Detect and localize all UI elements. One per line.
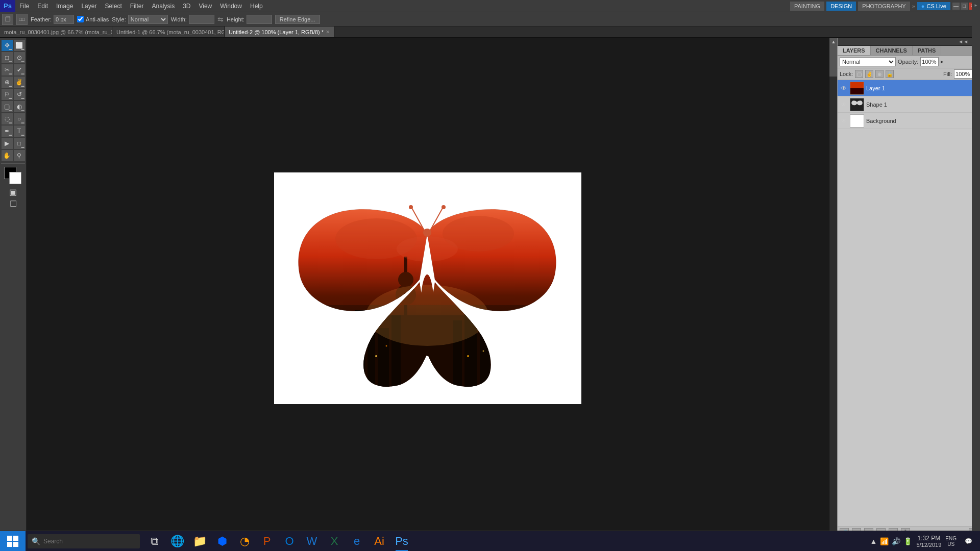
taskbar-excel[interactable]: X [324,531,345,552]
menu-layer[interactable]: Layer [77,0,101,12]
workspace-photography[interactable]: PHOTOGRAPHY [858,2,910,11]
anti-alias-checkbox[interactable] [77,16,84,22]
cs-live-btn[interactable]: ● CS Live [917,2,950,10]
collapse-right-btn[interactable]: ► [974,3,978,8]
chevron-up-icon[interactable]: ▲ [870,537,877,545]
width-input[interactable] [189,15,214,24]
lock-position-btn[interactable]: ⊕ [875,70,884,78]
taskbar-amazon[interactable]: ◔ [234,531,255,552]
layer-item-layer1[interactable]: 👁 Layer 1 [838,80,980,96]
language-region[interactable]: ENG US [945,536,957,547]
taskbar-explorer[interactable]: 📁 [189,531,210,552]
shape-tool[interactable]: □▬ [14,138,25,149]
layer-item-background[interactable]: 👁 Background 🔒 [838,113,980,129]
selection-tool-icon[interactable]: ❐ [2,14,13,25]
fill-input[interactable] [954,69,972,79]
opacity-arrow[interactable]: ► [940,59,944,64]
menu-analysis[interactable]: Analysis [148,0,179,12]
blend-mode-select[interactable]: Normal Dissolve Multiply Screen [840,57,896,66]
taskbar-powerpoint[interactable]: P [256,531,278,552]
taskbar-ie[interactable]: e [346,531,368,552]
restore-btn[interactable]: □ [961,3,968,10]
canvas-area[interactable] [27,38,829,539]
hand-tool[interactable]: ✋ [2,150,13,161]
tab-2-close[interactable]: ✕ [326,29,330,35]
dodge-tool[interactable]: ○▬ [14,113,25,124]
lasso-tool[interactable]: ⊙▬ [14,52,25,63]
menu-help[interactable]: Help [246,0,267,12]
swap-dimensions-icon[interactable]: ⇆ [217,15,224,23]
path-selection-tool[interactable]: ▶ [2,138,13,149]
history-brush-tool[interactable]: ↺▬ [14,89,25,100]
lock-all-btn[interactable]: 🔒 [886,70,894,78]
quick-mask-btn[interactable]: ▣ [9,187,17,197]
menu-select[interactable]: Select [101,0,126,12]
taskbar-outlook[interactable]: O [279,531,300,552]
text-tool[interactable]: T▬ [14,126,25,137]
move-tool[interactable]: ✥▬ [2,40,13,51]
minimize-btn[interactable]: — [952,3,960,10]
eyedropper-tool[interactable]: ✔▬ [14,64,25,76]
notification-btn[interactable]: 💬 [961,531,976,552]
lock-transparent-btn[interactable]: ▢ [855,70,863,78]
tab-0[interactable]: mota_ru_0030401.jpg @ 66.7% (mota_ru_003… [0,27,112,37]
height-input[interactable] [247,15,272,24]
background-color[interactable] [9,172,21,184]
menu-window[interactable]: Window [216,0,246,12]
menu-filter[interactable]: Filter [126,0,148,12]
tab-1[interactable]: Untitled-1 @ 66.7% (mota_ru_0030401, RGB… [112,27,225,37]
menu-file[interactable]: File [15,0,33,12]
tab-2[interactable]: Untitled-2 @ 100% (Layer 1, RGB/8) * ✕ [225,27,334,37]
volume-icon[interactable]: 🔊 [892,537,900,545]
paths-tab[interactable]: PATHS [913,46,942,55]
screen-mode-btn[interactable]: ☐ [10,199,17,209]
taskbar-search-input[interactable] [43,538,136,545]
crop-tool[interactable]: ✂▬ [2,64,13,76]
start-button[interactable] [0,531,26,552]
taskbar-edge[interactable]: 🌐 [166,531,188,552]
lasso-options-icon[interactable]: □□ [16,14,28,25]
eraser-tool[interactable]: ▢▬ [2,101,13,112]
layers-tab[interactable]: LAYERS [838,46,871,55]
brush-tool[interactable]: ✌▬ [14,77,25,88]
opacity-input[interactable] [920,57,939,66]
taskbar-word[interactable]: W [301,531,323,552]
taskbar-dropbox[interactable]: ⬢ [211,531,233,552]
style-select[interactable]: Normal Fixed Ratio Fixed Size [128,15,168,24]
marquee-tool[interactable]: □▬ [2,52,13,63]
color-swatches[interactable] [4,167,22,185]
gradient-tool[interactable]: ◐▬ [14,101,25,112]
scroll-thumb[interactable] [829,46,838,77]
blur-tool[interactable]: ◌▬ [2,113,13,124]
menu-view[interactable]: View [194,0,216,12]
workspace-expand[interactable]: » [912,3,915,9]
system-clock[interactable]: 1:32 PM 5/12/2019 [916,535,941,548]
workspace-design[interactable]: DESIGN [826,2,856,11]
menu-image[interactable]: Image [52,0,77,12]
network-icon[interactable]: 📶 [880,537,889,545]
battery-icon[interactable]: 🔋 [903,537,912,545]
healing-brush-tool[interactable]: ⊕▬ [2,77,13,88]
lock-image-btn[interactable]: ✌ [865,70,873,78]
collapse-panel-btn[interactable]: ◄◄ [957,39,970,44]
pen-tool[interactable]: ✒▬ [2,126,13,137]
scroll-track[interactable] [829,46,837,531]
scroll-up-btn[interactable]: ▲ [829,38,838,46]
menu-3d[interactable]: 3D [179,0,194,12]
zoom-tool[interactable]: ⚲ [14,150,25,161]
clone-stamp-tool[interactable]: ⚐▬ [2,89,13,100]
layer-item-shape1[interactable]: 👁 Shape 1 [838,96,980,113]
taskbar-search[interactable]: 🔍 [28,534,140,548]
layer-eye-layer1[interactable]: 👁 [840,84,848,92]
artboard-tool[interactable]: ⬜▬ [14,40,25,51]
channels-tab[interactable]: CHANNELS [871,46,913,55]
feather-input[interactable] [54,15,74,24]
refine-edge-btn[interactable]: Refine Edge... [275,15,320,24]
taskbar-task-view[interactable]: ⧉ [144,531,165,552]
taskbar-photoshop[interactable]: Ps [391,531,412,552]
workspace-painting[interactable]: PAINTING [790,2,824,11]
menu-edit[interactable]: Edit [33,0,52,12]
layer-eye-shape1[interactable]: 👁 [840,101,848,109]
layer-eye-background[interactable]: 👁 [840,117,848,125]
taskbar-illustrator[interactable]: Ai [369,531,390,552]
